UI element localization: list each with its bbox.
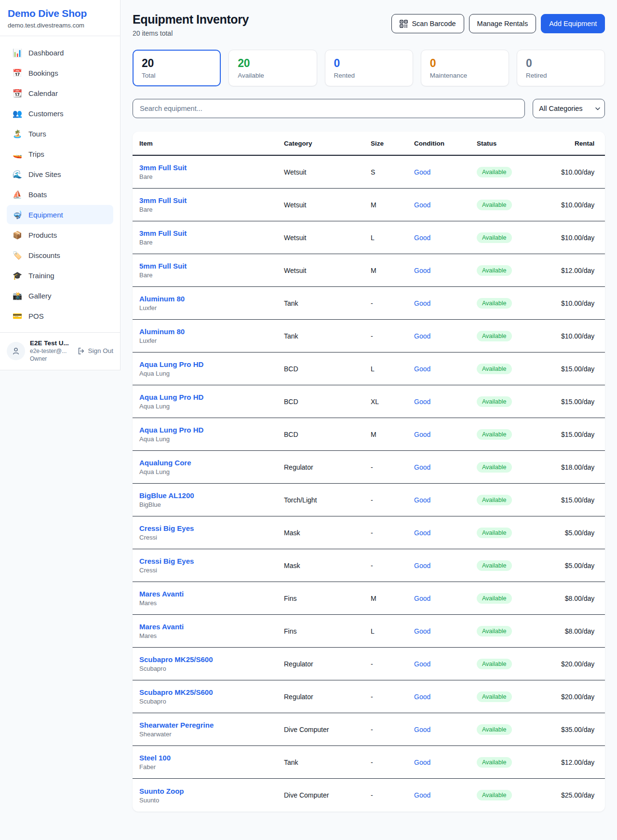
item-name-link[interactable]: Scubapro MK25/S600 [139, 688, 213, 696]
sidebar-item-pos[interactable]: 💳 POS [7, 306, 113, 325]
sign-out-label: Sign Out [88, 347, 113, 354]
status-cell: Available [477, 331, 561, 341]
status-cell: Available [477, 200, 561, 210]
item-brand: Mares [139, 599, 284, 607]
item-rental: $20.00/day [561, 660, 598, 668]
sidebar-item-customers[interactable]: 👥 Customers [7, 104, 113, 123]
stat-value: 0 [430, 57, 500, 70]
item-category: Mask [284, 529, 371, 537]
stat-label: Total [142, 72, 212, 79]
stat-card-maintenance[interactable]: 0 Maintenance [421, 50, 509, 86]
item-name-link[interactable]: Scubapro MK25/S600 [139, 655, 213, 664]
item-size: - [371, 496, 414, 504]
item-name-link[interactable]: Suunto Zoop [139, 787, 184, 795]
item-name-link[interactable]: Mares Avanti [139, 590, 184, 598]
item-condition-link[interactable]: Good [414, 431, 430, 438]
stat-card-rented[interactable]: 0 Rented [325, 50, 413, 86]
scan-barcode-button[interactable]: Scan Barcode [391, 14, 464, 33]
item-name-link[interactable]: Steel 100 [139, 754, 171, 762]
table-row: Mares Avanti Mares Fins L Good Available… [133, 615, 605, 648]
item-condition-link[interactable]: Good [414, 463, 430, 471]
status-cell: Available [477, 560, 561, 571]
item-name-link[interactable]: Aqua Lung Pro HD [139, 360, 203, 368]
item-name-link[interactable]: Aluminum 80 [139, 295, 185, 303]
item-condition-link[interactable]: Good [414, 627, 430, 635]
sidebar-item-dive-sites[interactable]: 🌊 Dive Sites [7, 164, 113, 184]
sidebar-item-discounts[interactable]: 🏷️ Discounts [7, 245, 113, 265]
status-badge: Available [477, 265, 512, 276]
item-condition-link[interactable]: Good [414, 398, 430, 406]
item-name-link[interactable]: Aqua Lung Pro HD [139, 426, 203, 434]
pos-creditcard-icon: 💳 [13, 312, 22, 321]
search-input[interactable] [133, 99, 525, 118]
sidebar-item-products[interactable]: 📦 Products [7, 225, 113, 244]
item-condition-link[interactable]: Good [414, 726, 430, 733]
sidebar-item-calendar[interactable]: 📆 Calendar [7, 83, 113, 103]
item-condition-link[interactable]: Good [414, 759, 430, 766]
sidebar-item-dashboard[interactable]: 📊 Dashboard [7, 43, 113, 62]
item-condition-link[interactable]: Good [414, 267, 430, 274]
add-equipment-button[interactable]: Add Equipment [541, 14, 605, 33]
stat-value: 0 [526, 57, 596, 70]
sidebar-item-bookings[interactable]: 📅 Bookings [7, 63, 113, 82]
sign-out-button[interactable]: Sign Out [77, 347, 113, 355]
item-condition-link[interactable]: Good [414, 791, 430, 799]
category-select[interactable]: All Categories [533, 99, 605, 118]
sidebar-item-trips[interactable]: 🚤 Trips [7, 144, 113, 163]
condition-cell: Good [414, 299, 477, 307]
item-name-link[interactable]: Aqua Lung Pro HD [139, 393, 203, 401]
item-name-link[interactable]: Mares Avanti [139, 623, 184, 631]
items-total-subtitle: 20 items total [133, 29, 249, 37]
item-name-link[interactable]: 3mm Full Suit [139, 163, 187, 172]
item-condition-link[interactable]: Good [414, 299, 430, 307]
item-size: M [371, 201, 414, 209]
stat-label: Maintenance [430, 72, 500, 79]
status-badge: Available [477, 298, 512, 309]
item-name-link[interactable]: Cressi Big Eyes [139, 524, 194, 532]
sidebar-item-boats[interactable]: ⛵ Boats [7, 185, 113, 204]
item-condition-link[interactable]: Good [414, 234, 430, 242]
item-name-link[interactable]: 3mm Full Suit [139, 196, 187, 204]
status-cell: Available [477, 232, 561, 243]
item-condition-link[interactable]: Good [414, 529, 430, 537]
condition-cell: Good [414, 660, 477, 668]
item-category: Torch/Light [284, 496, 371, 504]
sidebar-item-tours[interactable]: 🏝️ Tours [7, 124, 113, 143]
item-size: XL [371, 398, 414, 406]
item-name-link[interactable]: Shearwater Peregrine [139, 721, 214, 729]
stat-card-available[interactable]: 20 Available [228, 50, 317, 86]
column-header-item: Item [139, 140, 284, 147]
sidebar-item-equipment[interactable]: 🤿 Equipment [7, 205, 113, 224]
item-category: Tank [284, 299, 371, 307]
item-condition-link[interactable]: Good [414, 365, 430, 373]
item-name-link[interactable]: Cressi Big Eyes [139, 557, 194, 565]
item-condition-link[interactable]: Good [414, 562, 430, 569]
stat-card-retired[interactable]: 0 Retired [517, 50, 605, 86]
item-name-link[interactable]: 3mm Full Suit [139, 229, 187, 237]
sidebar-item-gallery[interactable]: 📸 Gallery [7, 286, 113, 305]
manage-rentals-button[interactable]: Manage Rentals [469, 14, 537, 33]
item-condition-link[interactable]: Good [414, 693, 430, 701]
item-condition-link[interactable]: Good [414, 332, 430, 340]
item-name-link[interactable]: 5mm Full Suit [139, 262, 187, 270]
sidebar-item-training[interactable]: 🎓 Training [7, 266, 113, 285]
item-condition-link[interactable]: Good [414, 660, 430, 668]
item-cell: Mares Avanti Mares [139, 623, 284, 639]
item-brand: Bare [139, 271, 284, 279]
brand-block: Demo Dive Shop demo.test.divestreams.com [0, 0, 120, 36]
item-name-link[interactable]: Aluminum 80 [139, 327, 185, 336]
item-brand: Aqua Lung [139, 370, 284, 377]
item-size: - [371, 660, 414, 668]
status-badge: Available [477, 626, 512, 637]
item-category: Wetsuit [284, 234, 371, 242]
item-condition-link[interactable]: Good [414, 168, 430, 176]
item-condition-link[interactable]: Good [414, 496, 430, 504]
item-rental: $35.00/day [561, 726, 598, 733]
item-name-link[interactable]: Aqualung Core [139, 459, 191, 467]
status-cell: Available [477, 265, 561, 276]
stat-card-total[interactable]: 20 Total [133, 50, 221, 86]
item-cell: Mares Avanti Mares [139, 590, 284, 607]
item-condition-link[interactable]: Good [414, 595, 430, 602]
item-name-link[interactable]: BigBlue AL1200 [139, 491, 194, 500]
item-condition-link[interactable]: Good [414, 201, 430, 209]
